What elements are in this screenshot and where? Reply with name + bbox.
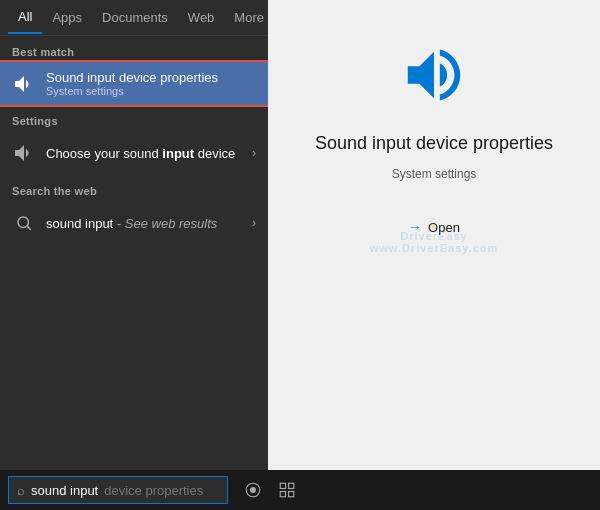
tab-documents[interactable]: Documents (92, 2, 178, 33)
taskbar-search-placeholder: device properties (104, 483, 203, 498)
svg-point-0 (18, 217, 29, 228)
web-search-item[interactable]: sound input - See web results › (0, 201, 268, 245)
settings-item-suffix: device (194, 146, 235, 161)
tab-apps[interactable]: Apps (42, 2, 92, 33)
settings-label: Settings (0, 105, 268, 131)
taskbar-search-icon: ⌕ (17, 483, 25, 498)
tab-all[interactable]: All (8, 1, 42, 34)
svg-rect-5 (289, 483, 294, 488)
web-item-arrow: › (252, 216, 256, 230)
search-results: Best match Sound input device properties… (0, 36, 268, 470)
web-search-icon (12, 211, 36, 235)
tab-web[interactable]: Web (178, 2, 225, 33)
taskbar-icons (244, 481, 296, 499)
task-view-button[interactable] (278, 481, 296, 499)
best-match-label: Best match (0, 36, 268, 62)
detail-title: Sound input device properties (315, 132, 553, 155)
svg-rect-6 (280, 492, 285, 497)
tab-more-label: More (234, 10, 264, 25)
open-label: Open (428, 220, 460, 235)
web-query: sound input (46, 216, 113, 231)
taskbar: ⌕ sound input device properties (0, 470, 600, 510)
sound-input-icon (12, 72, 36, 96)
result-detail: Sound input device properties System set… (315, 40, 553, 241)
best-match-item[interactable]: Sound input device properties System set… (0, 62, 268, 105)
open-button[interactable]: → Open (400, 213, 468, 241)
tabs-bar: All Apps Documents Web More ▼ (0, 0, 268, 36)
settings-sound-input-item[interactable]: Choose your sound input device › (0, 131, 268, 175)
web-see-results: - See web results (113, 216, 217, 231)
best-match-title: Sound input device properties (46, 70, 256, 85)
best-match-subtitle: System settings (46, 85, 256, 97)
settings-item-highlight: input (162, 146, 194, 161)
web-search-text: sound input - See web results (46, 216, 242, 231)
open-icon: → (408, 219, 422, 235)
detail-actions: → Open (400, 213, 468, 241)
settings-item-prefix: Choose your sound (46, 146, 162, 161)
settings-item-arrow: › (252, 146, 256, 160)
detail-subtitle: System settings (392, 167, 477, 181)
svg-point-3 (250, 487, 256, 493)
svg-rect-4 (280, 483, 285, 488)
cortana-button[interactable] (244, 481, 262, 499)
web-search-label: Search the web (0, 175, 268, 201)
settings-sound-icon (12, 141, 36, 165)
taskbar-search-box[interactable]: ⌕ sound input device properties (8, 476, 228, 504)
settings-item-text: Choose your sound input device (46, 146, 242, 161)
svg-line-1 (27, 226, 30, 229)
best-match-text: Sound input device properties System set… (46, 70, 256, 97)
right-panel: Sound input device properties System set… (268, 0, 600, 470)
sound-input-large-icon (399, 40, 469, 120)
svg-rect-7 (289, 492, 294, 497)
left-panel: All Apps Documents Web More ▼ Best match (0, 0, 268, 470)
taskbar-search-value: sound input (31, 483, 98, 498)
